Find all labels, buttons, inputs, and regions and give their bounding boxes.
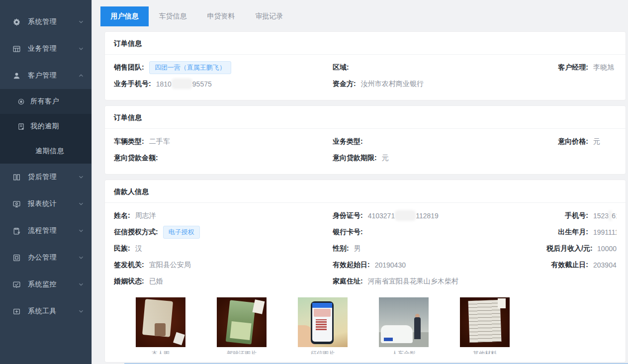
field-id-number: 身份证号: 4103271 112819 (333, 207, 546, 224)
field-business-phone: 业务手机号: 1810 95575 (114, 76, 333, 92)
green-booklet-photo[interactable] (217, 297, 267, 347)
sidebar-item-system-mgmt[interactable]: 系统管理 (0, 8, 91, 35)
car-person-photo[interactable] (379, 297, 429, 347)
sidebar-item-label: 逾期信息 (35, 147, 85, 156)
sidebar-item-system-monitor[interactable]: 系统监控 (0, 271, 91, 298)
sidebar-item-label: 系统管理 (28, 17, 78, 26)
field-bank-card-number: 银行卡号: (333, 224, 546, 240)
card-title: 订单信息 (105, 32, 626, 55)
field-monthly-income: 税后月收入/元: 10000 (546, 240, 617, 257)
phone-qr-photo[interactable] (298, 297, 348, 347)
photo-item: 征信图片 (298, 297, 348, 354)
id-card-photo[interactable] (136, 297, 185, 347)
field-name: 姓名: 周志洋 (114, 207, 333, 224)
field-empty (546, 150, 617, 166)
card-title: 订单信息 (105, 106, 626, 129)
card-title: 借款人信息 (105, 180, 626, 203)
field-issuing-authority: 签发机关: 宜阳县公安局 (114, 257, 333, 273)
field-ethnicity: 民族: 汉 (114, 240, 333, 257)
chevron-down-icon (78, 227, 85, 234)
field-gender: 性别: 男 (333, 240, 546, 257)
chevron-down-icon (78, 281, 85, 288)
sidebar-item-system-tools[interactable]: 系统工具 (0, 298, 91, 325)
field-intended-loan-amount: 意向贷款金额: (114, 150, 333, 166)
book-icon (12, 173, 21, 182)
sidebar-item-label: 系统监控 (28, 280, 78, 289)
field-empty (546, 76, 617, 92)
paper-document-photo[interactable] (460, 297, 510, 347)
sidebar-item-label: 流程管理 (28, 226, 78, 235)
main-content: 用户信息 车贷信息 申贷资料 审批记录 订单信息 销售团队: 四团一营（直属王鹏… (92, 0, 628, 364)
field-valid-from: 有效起始日: 20190430 (333, 257, 546, 273)
chevron-down-icon (78, 45, 85, 52)
sidebar: 系统管理 业务管理 客户管理 (0, 0, 92, 364)
sidebar-submenu-customer: 所有客户 我的逾期 逾期信息 (0, 89, 91, 164)
photo-caption: 征信图片 (298, 351, 348, 354)
masked-digits (396, 212, 414, 219)
field-home-address: 家庭住址: 河南省宜阳县花果山乡木柴村 (333, 273, 546, 289)
sidebar-item-report-stats[interactable]: 报表统计 (0, 190, 91, 217)
photo-item: 人车合影 (379, 297, 429, 354)
field-account-manager: 客户经理: 李晓旭 (546, 59, 617, 76)
field-fund-provider: 资金方: 汝州市农村商业银行 (333, 76, 546, 92)
chevron-down-icon (78, 200, 85, 207)
tab-user-info[interactable]: 用户信息 (100, 6, 149, 26)
gear-icon (12, 17, 21, 26)
chevron-down-icon (78, 254, 85, 261)
sidebar-item-label: 业务管理 (28, 44, 78, 53)
field-sales-team: 销售团队: 四团一营（直属王鹏飞） (114, 59, 333, 76)
field-credit-auth-method: 征信授权方式: 电子授权 (114, 224, 333, 240)
document-icon (16, 122, 25, 131)
photo-item: 驾驶证图片 (217, 297, 267, 354)
chevron-down-icon (78, 18, 85, 25)
sidebar-item-label: 我的逾期 (30, 122, 85, 131)
sidebar-item-all-customers[interactable]: 所有客户 (0, 89, 91, 114)
field-marital-status: 婚姻状态: 已婚 (114, 273, 333, 289)
order-info-card-2: 订单信息 车辆类型: 二手车 业务类型: 意向价格: 元 意向贷款金额: (104, 105, 626, 175)
clipboard-icon (12, 226, 21, 235)
order-info-card-1: 订单信息 销售团队: 四团一营（直属王鹏飞） 区域: 客户经理: 李晓旭 业务手… (104, 31, 626, 100)
user-icon (12, 71, 21, 80)
field-business-type: 业务类型: (333, 133, 546, 150)
chevron-down-icon (78, 174, 85, 181)
monitor-icon (12, 199, 21, 208)
monitor-check-icon (12, 280, 21, 289)
field-mobile-number: 手机号: 1523 6137 (546, 207, 617, 224)
field-vehicle-type: 车辆类型: 二手车 (114, 133, 333, 150)
sales-team-tag[interactable]: 四团一营（直属王鹏飞） (149, 61, 231, 74)
photo-item: 本人图 (136, 297, 185, 354)
sidebar-menu: 系统管理 业务管理 客户管理 (0, 0, 91, 325)
field-birth-date: 出生年月: 19911111 (546, 224, 617, 240)
field-valid-until: 有效截止日: 20390430 (546, 257, 617, 273)
field-intended-loan-term: 意向贷款期限: 元 (333, 150, 546, 166)
chevron-down-icon (78, 308, 85, 315)
office-icon (12, 253, 21, 262)
e-auth-tag[interactable]: 电子授权 (163, 226, 200, 239)
sidebar-item-overdue-info[interactable]: 逾期信息 (0, 139, 91, 164)
sidebar-item-customer-mgmt[interactable]: 客户管理 (0, 62, 91, 89)
sidebar-item-my-overdue[interactable]: 我的逾期 (0, 114, 91, 139)
tab-car-loan-info[interactable]: 车贷信息 (149, 6, 197, 26)
chevron-up-icon (78, 72, 85, 79)
sidebar-item-label: 系统工具 (28, 307, 78, 316)
photo-caption: 驾驶证图片 (217, 351, 267, 354)
sidebar-item-label: 所有客户 (30, 97, 85, 106)
borrower-photos: 本人图 驾驶证图片 征信图片 (114, 289, 617, 354)
sidebar-item-label: 客户管理 (28, 71, 78, 80)
detail-tabs: 用户信息 车贷信息 申贷资料 审批记录 (100, 6, 628, 26)
sidebar-item-label: 报表统计 (28, 199, 78, 208)
photo-caption: 其他材料 (460, 351, 510, 354)
tab-approval-records[interactable]: 审批记录 (245, 6, 293, 26)
sidebar-item-business-mgmt[interactable]: 业务管理 (0, 35, 91, 62)
toolbox-icon (12, 307, 21, 316)
sidebar-item-label: 办公管理 (28, 253, 78, 262)
field-region: 区域: (333, 59, 546, 76)
photo-caption: 人车合影 (379, 351, 429, 354)
masked-digits (173, 80, 191, 88)
tab-loan-application-docs[interactable]: 申贷资料 (197, 6, 245, 26)
grid-icon (12, 44, 21, 53)
sidebar-item-process-mgmt[interactable]: 流程管理 (0, 217, 91, 244)
sidebar-item-office-mgmt[interactable]: 办公管理 (0, 244, 91, 271)
sidebar-item-postloan-mgmt[interactable]: 贷后管理 (0, 164, 91, 190)
field-intended-price: 意向价格: 元 (546, 133, 617, 150)
